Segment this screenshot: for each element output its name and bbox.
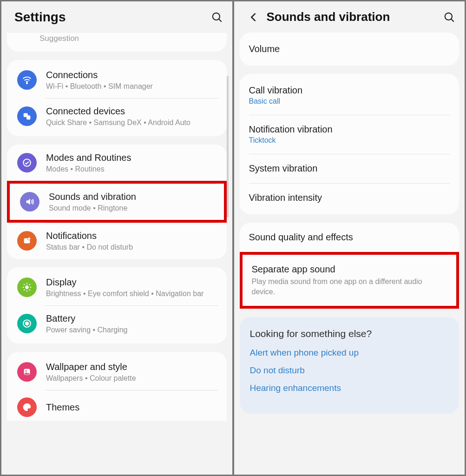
sounds-group: Volume [240,33,459,66]
settings-row-display[interactable]: Display Brightness • Eye comfort shield … [7,269,227,305]
row-title: Display [46,277,217,288]
row-title: Wallpaper and style [46,361,217,373]
svg-point-0 [212,13,219,20]
settings-panel: Settings Suggestion Connections Wi-Fi • … [1,1,233,475]
battery-icon [17,314,37,333]
wifi-icon [17,70,37,90]
sounds-row-call-vibration[interactable]: Call vibration Basic call [240,76,459,115]
sounds-row-notification-vibration[interactable]: Notification vibration Ticktock [240,115,459,154]
settings-row-wallpaper[interactable]: Wallpaper and style Wallpapers • Colour … [7,354,227,390]
row-title: Vibration intensity [249,192,450,203]
settings-row-modes-routines[interactable]: Modes and Routines Modes • Routines [7,145,227,181]
sounds-row-separate-app-sound[interactable]: Separate app sound Play media sound from… [240,252,459,309]
sounds-header: Sounds and vibration [234,1,465,33]
svg-point-20 [26,370,27,372]
row-subtitle: Brightness • Eye comfort shield • Naviga… [46,290,217,298]
search-icon[interactable] [443,11,455,23]
row-title: Themes [46,402,217,413]
row-title: Sound quality and effects [249,232,450,243]
row-title: Connections [46,69,217,81]
page-title: Sounds and vibration [267,10,444,24]
check-icon [17,153,37,172]
sounds-row-sound-quality[interactable]: Sound quality and effects [240,223,459,252]
svg-line-13 [24,284,25,285]
svg-point-21 [445,13,452,20]
row-title: Connected devices [46,106,217,117]
row-title: Modes and Routines [46,152,217,164]
row-title: Sounds and vibration [49,191,214,203]
row-title: Volume [249,44,450,54]
search-icon[interactable] [211,11,223,23]
sounds-row-volume[interactable]: Volume [240,34,459,64]
settings-row-connections[interactable]: Connections Wi-Fi • Bluetooth • SIM mana… [7,62,227,98]
sounds-panel: Sounds and vibration Volume Call vibrati… [233,1,465,475]
sounds-group: Call vibration Basic call Notification v… [240,74,459,214]
speaker-icon [20,192,39,212]
svg-point-7 [28,237,31,240]
row-subtitle: Power saving • Charging [46,326,217,334]
looking-for-card: Looking for something else? Alert when p… [240,317,459,414]
svg-rect-4 [26,115,30,119]
settings-row-sounds-vibration[interactable]: Sounds and vibration Sound mode • Ringto… [7,181,227,223]
row-description: Play media sound from one app on a diffe… [252,277,447,297]
settings-header: Settings [1,1,232,33]
svg-line-1 [219,19,221,21]
devices-icon [17,106,37,126]
row-subtitle: Sound mode • Ringtone [49,204,214,212]
notification-icon [17,231,37,251]
row-title: Notifications [46,230,217,242]
row-subtitle: Wi-Fi • Bluetooth • SIM manager [46,82,217,91]
suggestion-card: Suggestion [7,33,227,52]
settings-group: Display Brightness • Eye comfort shield … [7,267,227,344]
row-title: System vibration [249,163,450,174]
sounds-group: Sound quality and effects Separate app s… [240,223,459,309]
svg-point-18 [26,322,28,325]
row-title: Separate app sound [252,264,447,275]
svg-point-8 [25,285,28,289]
scrollbar[interactable] [227,76,229,218]
settings-group: Wallpaper and style Wallpapers • Colour … [7,352,227,421]
row-subtitle: Ticktock [249,136,450,145]
lookup-link-hearing[interactable]: Hearing enhancements [250,383,449,393]
row-subtitle: Wallpapers • Colour palette [46,374,217,383]
settings-row-connected-devices[interactable]: Connected devices Quick Share • Samsung … [7,98,227,134]
suggestion-label: Suggestion [7,34,227,43]
sounds-row-vibration-intensity[interactable]: Vibration intensity [240,183,459,212]
brightness-icon [17,278,37,297]
row-title: Notification vibration [249,124,450,135]
back-icon[interactable] [247,11,260,24]
settings-group: Modes and Routines Modes • Routines Soun… [7,145,227,259]
row-title: Battery [46,313,217,324]
lookup-link-alert[interactable]: Alert when phone picked up [250,348,449,358]
lookup-title: Looking for something else? [250,328,449,339]
row-subtitle: Quick Share • Samsung DeX • Android Auto [46,119,217,127]
sounds-row-system-vibration[interactable]: System vibration [240,154,459,183]
themes-icon [17,397,37,417]
svg-line-22 [451,19,453,21]
row-subtitle: Basic call [249,97,450,106]
page-title: Settings [14,10,211,25]
wallpaper-icon [17,362,37,382]
row-subtitle: Modes • Routines [46,165,217,173]
row-title: Call vibration [249,85,450,96]
settings-row-battery[interactable]: Battery Power saving • Charging [7,305,227,342]
row-subtitle: Status bar • Do not disturb [46,243,217,251]
svg-line-15 [24,290,25,291]
svg-line-16 [29,284,30,285]
settings-group: Connections Wi-Fi • Bluetooth • SIM mana… [7,60,227,136]
settings-row-notifications[interactable]: Notifications Status bar • Do not distur… [7,223,227,259]
settings-row-themes[interactable]: Themes [7,390,227,419]
svg-line-14 [29,290,30,291]
lookup-link-dnd[interactable]: Do not disturb [250,365,449,376]
svg-point-2 [26,83,27,84]
